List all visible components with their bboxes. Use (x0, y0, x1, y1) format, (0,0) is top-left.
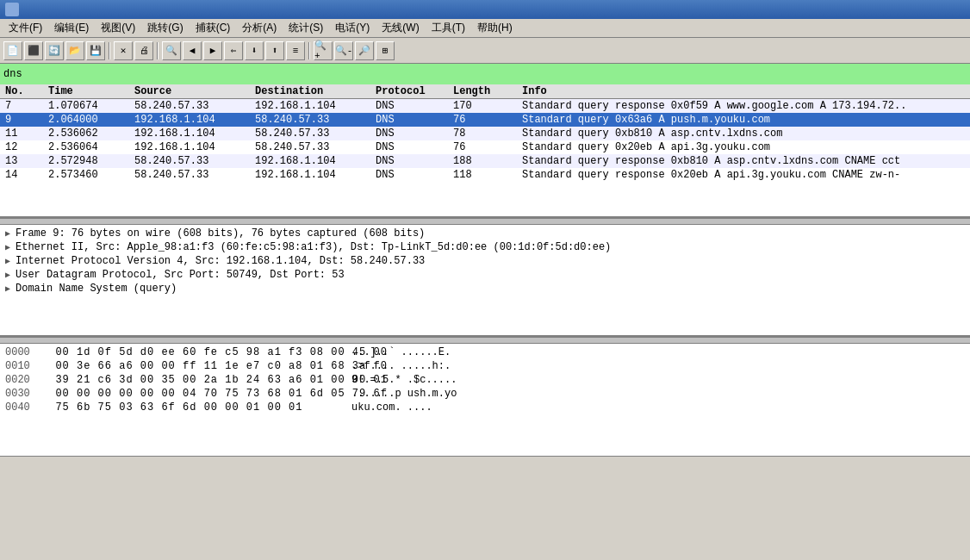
title-bar (0, 0, 970, 19)
toolbar-go2[interactable]: ⬇ (245, 41, 264, 60)
menu-item[interactable]: 编辑(E) (49, 19, 94, 37)
hex-ascii: 9!.=.5.* .$c..... (351, 374, 457, 386)
detail-text: Frame 9: 76 bytes on wire (608 bits), 76… (16, 227, 965, 240)
menu-item[interactable]: 捕获(C) (190, 19, 236, 37)
toolbar-refresh[interactable]: 🔄 (45, 41, 64, 60)
toolbar-search[interactable]: 🔍 (162, 41, 181, 60)
hex-bytes: 00 3e 66 a6 00 00 ff 11 1e e7 c0 a8 01 6… (41, 360, 351, 372)
toolbar-zoom-out[interactable]: 🔍- (334, 41, 353, 60)
menu-item[interactable]: 文件(F) (3, 19, 47, 37)
packet-row[interactable]: 12 2.536064 192.168.1.104 58.240.57.33 D… (0, 140, 970, 154)
menu-item[interactable]: 无线(W) (376, 19, 424, 37)
toolbar-fwd[interactable]: ▶ (203, 41, 222, 60)
col-src: Source (133, 85, 253, 97)
detail-row[interactable]: ▶ User Datagram Protocol, Src Port: 5074… (3, 268, 967, 282)
hex-row: 0000 00 1d 0f 5d d0 ee 60 fe c5 98 a1 f3… (3, 345, 967, 359)
hex-offset: 0040 (5, 401, 41, 414)
cell-no: 14 (3, 169, 47, 181)
cell-proto: DNS (374, 114, 451, 126)
col-time: Time (47, 85, 133, 97)
cell-dst: 192.168.1.104 (253, 155, 374, 167)
cell-time: 2.064000 (47, 114, 133, 126)
cell-proto: DNS (374, 169, 451, 181)
detail-arrow: ▶ (5, 283, 16, 294)
cell-dst: 192.168.1.104 (253, 169, 374, 181)
menu-item[interactable]: 跳转(G) (142, 19, 188, 37)
hex-offset: 0010 (5, 360, 41, 372)
menu-item[interactable]: 统计(S) (283, 19, 328, 37)
menu-item[interactable]: 帮助(H) (472, 19, 518, 37)
packet-row[interactable]: 9 2.064000 192.168.1.104 58.240.57.33 DN… (0, 113, 970, 127)
cell-no: 13 (3, 155, 47, 167)
cell-src: 58.240.57.33 (133, 155, 253, 167)
detail-text: Ethernet II, Src: Apple_98:a1:f3 (60:fe:… (16, 241, 965, 253)
toolbar-save[interactable]: 💾 (86, 41, 105, 60)
packet-row[interactable]: 13 2.572948 58.240.57.33 192.168.1.104 D… (0, 154, 970, 168)
toolbar-go[interactable]: ⇐ (224, 41, 243, 60)
cell-dst: 58.240.57.33 (253, 141, 374, 153)
detail-arrow: ▶ (5, 256, 16, 266)
menu-item[interactable]: 视图(V) (96, 19, 140, 37)
hex-ascii: ...]..` ......E. (351, 346, 451, 358)
hex-offset: 0030 (5, 388, 41, 400)
toolbar-print[interactable]: 🖨 (134, 41, 153, 60)
hex-bytes: 75 6b 75 03 63 6f 6d 00 00 01 00 01 (41, 401, 351, 414)
menu-item[interactable]: 工具(T) (426, 19, 470, 37)
hex-bytes: 00 1d 0f 5d d0 ee 60 fe c5 98 a1 f3 08 0… (41, 346, 351, 358)
cell-time: 2.536064 (47, 141, 133, 153)
detail-row[interactable]: ▶ Internet Protocol Version 4, Src: 192.… (3, 254, 967, 268)
hex-bytes: 39 21 c6 3d 00 35 00 2a 1b 24 63 a6 01 0… (41, 374, 351, 386)
toolbar-close[interactable]: ✕ (114, 41, 133, 60)
cell-proto: DNS (374, 155, 451, 167)
toolbar-zoom-in[interactable]: 🔍+ (314, 41, 333, 60)
cell-time: 2.536062 (47, 128, 133, 140)
filter-input[interactable] (3, 68, 967, 80)
cell-dst: 58.240.57.33 (253, 114, 374, 126)
cell-src: 192.168.1.104 (133, 114, 253, 126)
col-no: No. (3, 85, 47, 97)
cell-info: Standard query 0x20eb A api.3g.youku.com (520, 141, 967, 153)
detail-arrow: ▶ (5, 270, 16, 280)
detail-text: Domain Name System (query) (16, 283, 965, 295)
cell-no: 12 (3, 141, 47, 153)
toolbar-go3[interactable]: ⬆ (265, 41, 284, 60)
cell-no: 9 (3, 114, 47, 126)
hex-offset: 0000 (5, 346, 41, 358)
menu-bar: 文件(F)编辑(E)视图(V)跳转(G)捕获(C)分析(A)统计(S)电话(Y)… (0, 19, 970, 38)
toolbar-sep-2 (157, 42, 159, 59)
hex-ascii: .>f.... .....h:. (351, 360, 451, 372)
detail-row[interactable]: ▶ Domain Name System (query) (3, 282, 967, 296)
toolbar-stop[interactable]: ⬛ (24, 41, 43, 60)
cell-len: 118 (451, 169, 520, 181)
packet-list-header: No. Time Source Destination Protocol Len… (0, 84, 970, 99)
toolbar-resize[interactable]: ⊞ (376, 41, 395, 60)
menu-item[interactable]: 分析(A) (237, 19, 282, 37)
cell-len: 188 (451, 155, 520, 167)
hex-row: 0020 39 21 c6 3d 00 35 00 2a 1b 24 63 a6… (3, 373, 967, 387)
cell-len: 78 (451, 128, 520, 140)
packet-row[interactable]: 14 2.573460 58.240.57.33 192.168.1.104 D… (0, 168, 970, 182)
detail-row[interactable]: ▶ Frame 9: 76 bytes on wire (608 bits), … (3, 227, 967, 240)
menu-item[interactable]: 电话(Y) (330, 19, 375, 37)
cell-info: Standard query response 0x20eb A api.3g.… (520, 169, 967, 181)
toolbar-go4[interactable]: ≡ (286, 41, 305, 60)
packet-row[interactable]: 11 2.536062 192.168.1.104 58.240.57.33 D… (0, 127, 970, 140)
hex-row: 0040 75 6b 75 03 63 6f 6d 00 00 01 00 01… (3, 401, 967, 414)
toolbar-back[interactable]: ◀ (183, 41, 202, 60)
cell-len: 76 (451, 114, 520, 126)
packet-list[interactable]: No. Time Source Destination Protocol Len… (0, 84, 970, 218)
cell-dst: 58.240.57.33 (253, 128, 374, 140)
toolbar-zoom-reset[interactable]: 🔎 (355, 41, 374, 60)
toolbar-new[interactable]: 📄 (3, 41, 22, 60)
hex-dump: 0000 00 1d 0f 5d d0 ee 60 fe c5 98 a1 f3… (0, 344, 970, 456)
toolbar-open[interactable]: 📂 (65, 41, 84, 60)
hex-row: 0030 00 00 00 00 00 00 04 70 75 73 68 01… (3, 387, 967, 401)
packet-details[interactable]: ▶ Frame 9: 76 bytes on wire (608 bits), … (0, 225, 970, 337)
col-dst: Destination (253, 85, 374, 97)
cell-proto: DNS (374, 128, 451, 140)
hex-row: 0010 00 3e 66 a6 00 00 ff 11 1e e7 c0 a8… (3, 359, 967, 373)
hex-ascii: uku.com. .... (351, 401, 432, 414)
toolbar-sep-1 (109, 42, 110, 59)
detail-row[interactable]: ▶ Ethernet II, Src: Apple_98:a1:f3 (60:f… (3, 240, 967, 254)
packet-row[interactable]: 7 1.070674 58.240.57.33 192.168.1.104 DN… (0, 99, 970, 113)
